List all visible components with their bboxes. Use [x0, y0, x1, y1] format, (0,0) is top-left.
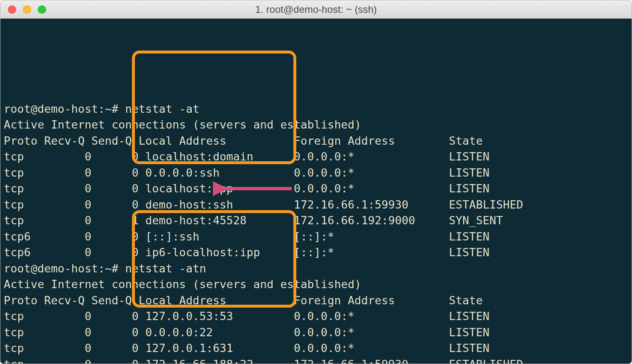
titlebar: 1. root@demo-host: ~ (ssh): [0, 0, 632, 19]
arrow-icon: [213, 180, 296, 197]
close-icon[interactable]: [8, 5, 16, 14]
terminal-line: tcp 0 0 localhost:domain 0.0.0.0:* LISTE…: [4, 149, 628, 165]
maximize-icon[interactable]: [38, 5, 46, 14]
terminal-line: tcp 0 0 0.0.0.0:22 0.0.0.0:* LISTEN: [4, 325, 628, 341]
terminal-output[interactable]: root@demo-host:~# netstat -atActive Inte…: [0, 19, 632, 364]
terminal-line: tcp6 0 0 ip6-localhost:ipp [::]:* LISTEN: [4, 245, 628, 261]
terminal-line: tcp 0 1 demo-host:45528 172.16.66.192:90…: [4, 213, 628, 229]
highlight-box-1: [132, 51, 296, 164]
highlight-box-2: [132, 210, 296, 308]
terminal-line: tcp6 0 0 [::]:ssh [::]:* LISTEN: [4, 229, 628, 245]
terminal-line: tcp 0 0 localhost:ipp 0.0.0.0:* LISTEN: [4, 181, 628, 197]
terminal-line: tcp 0 0 127.0.0.1:631 0.0.0.0:* LISTEN: [4, 340, 628, 357]
traffic-lights: [0, 5, 46, 14]
window-title: 1. root@demo-host: ~ (ssh): [0, 4, 632, 15]
terminal-line: root@demo-host:~# netstat -atn: [4, 261, 628, 277]
terminal-line: tcp 0 0 0.0.0.0:ssh 0.0.0.0:* LISTEN: [4, 165, 628, 181]
terminal-line: Proto Recv-Q Send-Q Local Address Foreig…: [4, 293, 628, 309]
terminal-line: Proto Recv-Q Send-Q Local Address Foreig…: [4, 133, 628, 149]
terminal-line: tcp 0 0 172.16.66.188:22 172.16.66.1:599…: [4, 357, 628, 364]
terminal-line: Active Internet connections (servers and…: [4, 117, 628, 133]
terminal-line: root@demo-host:~# netstat -at: [4, 101, 628, 117]
terminal-line: Active Internet connections (servers and…: [4, 277, 628, 293]
terminal-line: tcp 0 0 127.0.0.53:53 0.0.0.0:* LISTEN: [4, 308, 628, 325]
terminal-line: tcp 0 0 demo-host:ssh 172.16.66.1:59930 …: [4, 197, 628, 213]
minimize-icon[interactable]: [23, 5, 31, 14]
terminal-window: 1. root@demo-host: ~ (ssh) root@demo-hos…: [0, 0, 632, 364]
